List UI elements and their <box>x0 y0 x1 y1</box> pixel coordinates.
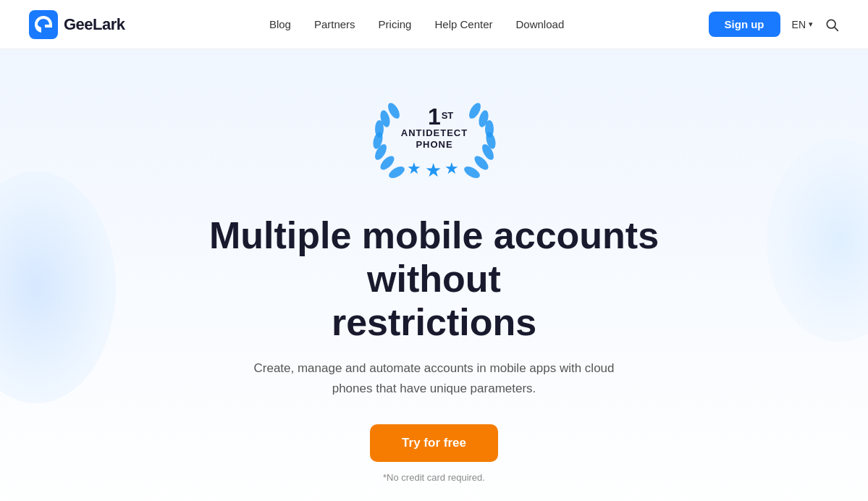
nav-help-center[interactable]: Help Center <box>434 18 492 30</box>
try-for-free-button[interactable]: Try for free <box>370 424 498 462</box>
award-badge: 1 ST ANTIDETECT PHONE ★ ★ ★ <box>355 93 514 194</box>
nav-download[interactable]: Download <box>516 18 565 30</box>
svg-rect-0 <box>29 10 58 39</box>
nav-blog[interactable]: Blog <box>269 18 291 30</box>
logo-text: GeeLark <box>64 15 125 34</box>
svg-text:PHONE: PHONE <box>416 139 452 150</box>
svg-text:★: ★ <box>444 159 459 177</box>
badge-container: 1 ST ANTIDETECT PHONE ★ ★ ★ <box>355 93 514 194</box>
svg-text:★: ★ <box>407 159 421 177</box>
svg-point-3 <box>387 164 406 180</box>
svg-line-2 <box>835 28 838 30</box>
chevron-down-icon: ▾ <box>809 20 813 29</box>
language-selector[interactable]: EN ▾ <box>792 19 813 30</box>
hero-subtitle: Create, manage and automate accounts in … <box>246 358 623 397</box>
header: GeeLark Blog Partners Pricing Help Cente… <box>0 0 868 49</box>
no-credit-label: *No credit card required. <box>383 472 485 483</box>
blob-right <box>767 139 868 342</box>
main-nav: Blog Partners Pricing Help Center Downlo… <box>269 18 564 30</box>
logo[interactable]: GeeLark <box>29 10 125 39</box>
svg-point-10 <box>462 164 481 180</box>
blob-left <box>0 172 116 403</box>
hero-section: 1 ST ANTIDETECT PHONE ★ ★ ★ Multiple mob… <box>0 49 868 501</box>
svg-text:1: 1 <box>428 104 441 130</box>
search-icon <box>825 17 839 32</box>
svg-point-1 <box>827 20 835 28</box>
header-right: Sign up EN ▾ <box>709 12 839 37</box>
search-button[interactable] <box>825 17 839 32</box>
signup-button[interactable]: Sign up <box>709 12 780 37</box>
geelark-logo-icon <box>29 10 58 39</box>
svg-text:ST: ST <box>441 110 453 121</box>
hero-headline: Multiple mobile accounts without restric… <box>181 214 688 344</box>
svg-text:ANTIDETECT: ANTIDETECT <box>400 127 467 138</box>
nav-pricing[interactable]: Pricing <box>379 18 412 30</box>
language-label: EN <box>792 19 806 30</box>
nav-partners[interactable]: Partners <box>314 18 355 30</box>
svg-text:★: ★ <box>425 159 442 181</box>
